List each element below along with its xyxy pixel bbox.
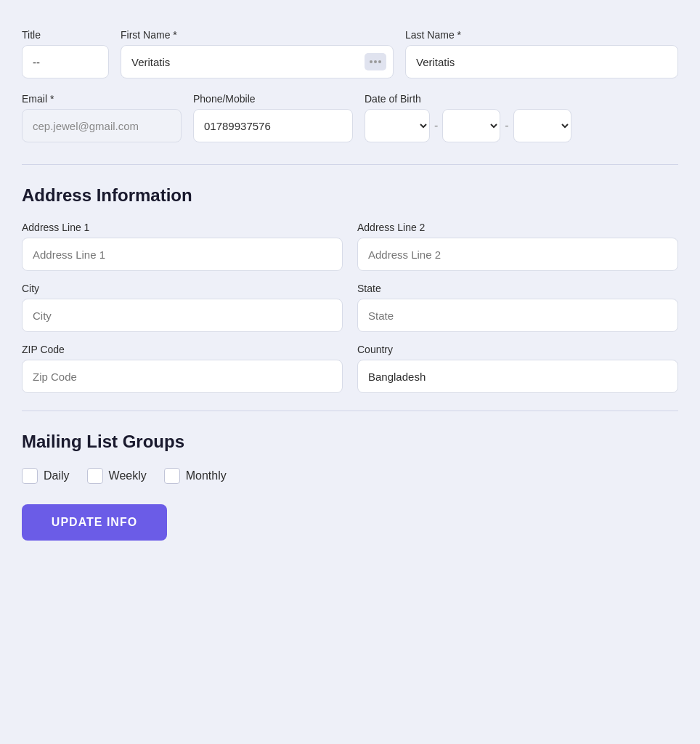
phone-label: Phone/Mobile [193, 93, 353, 105]
monthly-checkbox[interactable] [164, 468, 180, 484]
zip-field-group: ZIP Code [22, 344, 343, 393]
title-field-group: Title [22, 29, 109, 78]
addr2-field-group: Address Line 2 [357, 222, 678, 271]
address-grid: Address Line 1 Address Line 2 City State… [22, 222, 678, 393]
state-label: State [357, 283, 678, 294]
contact-row: Email * Phone/Mobile Date of Birth - - [22, 93, 678, 142]
address-section-title: Address Information [22, 185, 678, 206]
checkbox-item-weekly: Weekly [87, 468, 147, 484]
city-input[interactable] [22, 299, 343, 332]
dob-sep-2: - [503, 119, 510, 132]
firstname-input[interactable] [121, 45, 394, 78]
dob-selects: - - [365, 109, 678, 142]
lastname-field-group: Last Name * [405, 29, 678, 78]
divider-2 [22, 411, 678, 411]
country-input[interactable] [357, 360, 678, 393]
checkbox-row: Daily Weekly Monthly [22, 468, 678, 484]
dot2 [374, 60, 377, 63]
update-info-button[interactable]: UPDATE INFO [22, 504, 167, 541]
title-input[interactable] [22, 45, 109, 78]
dob-field-group: Date of Birth - - [365, 93, 678, 142]
address-section: Address Information Address Line 1 Addre… [22, 185, 678, 393]
phone-field-group: Phone/Mobile [193, 93, 353, 142]
dob-day-select[interactable] [442, 109, 500, 142]
state-field-group: State [357, 283, 678, 332]
lastname-label: Last Name * [405, 29, 678, 41]
mailing-section-title: Mailing List Groups [22, 432, 678, 452]
email-label: Email * [22, 93, 182, 105]
zip-input[interactable] [22, 360, 343, 393]
addr1-input[interactable] [22, 238, 343, 271]
title-label: Title [22, 29, 109, 41]
personal-row-1: Title First Name * Last Name * [22, 29, 678, 78]
addr1-label: Address Line 1 [22, 222, 343, 233]
mailing-section: Mailing List Groups Daily Weekly Monthly [22, 432, 678, 484]
country-label: Country [357, 344, 678, 355]
city-label: City [22, 283, 343, 294]
daily-label[interactable]: Daily [44, 469, 70, 482]
monthly-label[interactable]: Monthly [186, 469, 227, 482]
zip-label: ZIP Code [22, 344, 343, 355]
state-input[interactable] [357, 299, 678, 332]
phone-input[interactable] [193, 109, 353, 142]
dob-year-select[interactable] [513, 109, 571, 142]
checkbox-item-monthly: Monthly [164, 468, 227, 484]
firstname-label: First Name * [121, 29, 394, 41]
email-input[interactable] [22, 109, 182, 142]
firstname-dots-button[interactable] [365, 53, 386, 70]
form-container: Title First Name * Last Name * Email * [22, 29, 678, 541]
city-field-group: City [22, 283, 343, 332]
firstname-wrapper [121, 45, 394, 78]
addr2-label: Address Line 2 [357, 222, 678, 233]
dob-sep-1: - [433, 119, 439, 132]
dob-month-select[interactable] [365, 109, 430, 142]
dot3 [378, 60, 381, 63]
lastname-input[interactable] [405, 45, 678, 78]
country-field-group: Country [357, 344, 678, 393]
daily-checkbox[interactable] [22, 468, 38, 484]
addr1-field-group: Address Line 1 [22, 222, 343, 271]
firstname-field-group: First Name * [121, 29, 394, 78]
divider-1 [22, 164, 678, 165]
weekly-checkbox[interactable] [87, 468, 103, 484]
addr2-input[interactable] [357, 238, 678, 271]
dob-label: Date of Birth [365, 93, 678, 105]
checkbox-item-daily: Daily [22, 468, 70, 484]
weekly-label[interactable]: Weekly [109, 469, 147, 482]
dot1 [370, 60, 373, 63]
email-field-group: Email * [22, 93, 182, 142]
